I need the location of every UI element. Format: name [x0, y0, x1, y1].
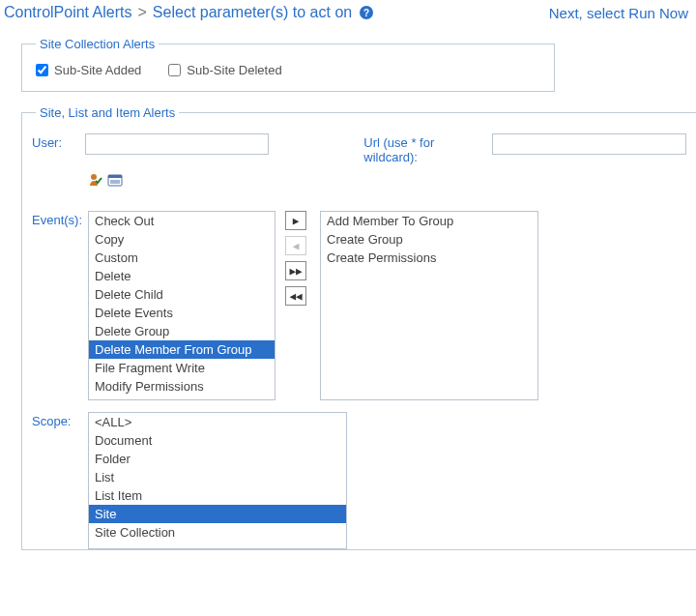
breadcrumb-root[interactable]: ControlPoint Alerts: [4, 4, 132, 21]
sub-site-added-checkbox[interactable]: Sub-Site Added: [36, 63, 141, 77]
run-now-link[interactable]: Next, select Run Now: [549, 5, 688, 21]
available-events-listbox[interactable]: Check OutCopyCustomDeleteDelete ChildDel…: [88, 211, 276, 400]
scope-listbox[interactable]: <ALL>DocumentFolderListList ItemSiteSite…: [88, 412, 347, 549]
list-item[interactable]: Delete: [89, 267, 275, 285]
sub-site-added-label: Sub-Site Added: [54, 63, 141, 77]
sub-site-added-input[interactable]: [36, 64, 48, 76]
scope-label: Scope:: [32, 412, 88, 428]
user-input[interactable]: [85, 133, 269, 155]
svg-point-0: [91, 174, 97, 180]
page-header: ControlPoint Alerts > Select parameter(s…: [0, 0, 696, 27]
site-collection-alerts-group: Site Collection Alerts Sub-Site Added Su…: [21, 37, 555, 92]
list-item[interactable]: Check Out: [89, 212, 275, 230]
list-item[interactable]: Document: [89, 431, 346, 450]
events-label: Event(s):: [32, 211, 88, 227]
breadcrumb: ControlPoint Alerts > Select parameter(s…: [4, 4, 373, 21]
list-item[interactable]: Custom: [89, 249, 275, 267]
list-item[interactable]: <ALL>: [89, 413, 346, 431]
sub-site-deleted-label: Sub-Site Deleted: [187, 63, 281, 77]
svg-rect-2: [108, 175, 122, 178]
sub-site-deleted-checkbox[interactable]: Sub-Site Deleted: [168, 63, 281, 77]
breadcrumb-current: Select parameter(s) to act on: [153, 4, 352, 21]
user-lookup-icons: [88, 172, 686, 188]
list-item[interactable]: Delete Group: [89, 322, 275, 340]
sub-site-deleted-input[interactable]: [168, 64, 181, 76]
list-item[interactable]: List Item: [89, 486, 346, 505]
browse-icon[interactable]: [107, 172, 123, 188]
list-item[interactable]: Create Permissions: [321, 249, 537, 267]
move-all-left-button[interactable]: ◀◀: [285, 286, 306, 306]
list-item[interactable]: Create Group: [321, 230, 537, 249]
list-item[interactable]: Delete Child: [89, 285, 275, 304]
help-icon[interactable]: ?: [360, 6, 373, 19]
site-list-item-alerts-group: Site, List and Item Alerts User: Url (us…: [21, 105, 696, 550]
list-item[interactable]: Site: [89, 505, 346, 523]
selected-events-listbox[interactable]: Add Member To GroupCreate GroupCreate Pe…: [320, 211, 538, 400]
site-list-item-alerts-legend: Site, List and Item Alerts: [36, 105, 179, 120]
list-item[interactable]: Copy: [89, 230, 275, 249]
move-right-button[interactable]: ▶: [285, 211, 306, 230]
site-collection-alerts-legend: Site Collection Alerts: [36, 37, 159, 51]
list-item[interactable]: Delete Events: [89, 304, 275, 322]
check-names-icon[interactable]: [88, 172, 103, 188]
breadcrumb-separator: >: [138, 4, 147, 21]
list-item[interactable]: List: [89, 468, 346, 486]
list-item[interactable]: File Fragment Write: [89, 359, 275, 377]
move-all-right-button[interactable]: ▶▶: [285, 261, 306, 280]
list-item[interactable]: Modify Permissions: [89, 377, 275, 396]
list-item[interactable]: Folder: [89, 450, 346, 468]
url-input[interactable]: [492, 133, 686, 155]
list-item[interactable]: Add Member To Group: [321, 212, 537, 230]
url-label: Url (use * for wildcard):: [363, 133, 485, 164]
list-item[interactable]: Site Collection: [89, 523, 346, 542]
user-label: User:: [32, 133, 85, 150]
move-left-button[interactable]: ◀: [285, 236, 306, 255]
list-item[interactable]: Delete Member From Group: [89, 340, 275, 359]
